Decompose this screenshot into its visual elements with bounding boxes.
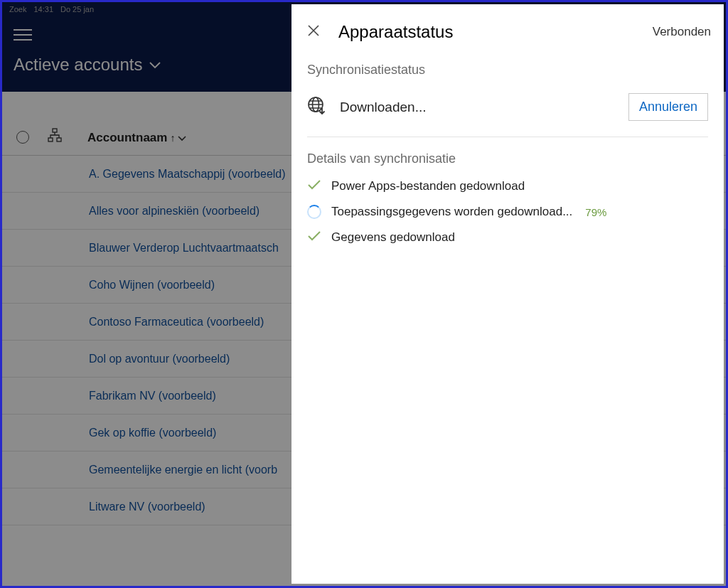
sync-item-done: Gegevens gedownload [307, 230, 708, 245]
cancel-button[interactable]: Annuleren [628, 93, 708, 121]
sync-item-text: Toepassingsgegevens worden gedownload... [331, 205, 572, 219]
check-icon [307, 179, 321, 193]
sync-item-text: Power Apps-bestanden gedownload [331, 179, 525, 193]
sync-item-text: Gegevens gedownload [331, 230, 455, 245]
device-status-panel: Apparaatstatus Verbonden Synchronisaties… [291, 4, 724, 584]
download-row: Downloaden... Annuleren [307, 93, 708, 121]
sync-item-progress: Toepassingsgegevens worden gedownload...… [307, 205, 708, 219]
downloading-text: Downloaden... [340, 100, 616, 115]
sync-item-done: Power Apps-bestanden gedownload [307, 179, 708, 193]
check-icon [307, 230, 321, 245]
globe-download-icon [307, 96, 327, 119]
sync-status-label: Synchronisatiestatus [307, 63, 708, 77]
sync-item-percent: 79% [585, 206, 606, 218]
close-button[interactable] [301, 21, 326, 43]
panel-header: Apparaatstatus Verbonden [291, 4, 724, 60]
spinner-icon [307, 205, 321, 219]
panel-title: Apparaatstatus [338, 22, 640, 42]
sync-details-label: Details van synchronisatie [307, 151, 708, 166]
connection-status: Verbonden [653, 25, 711, 39]
